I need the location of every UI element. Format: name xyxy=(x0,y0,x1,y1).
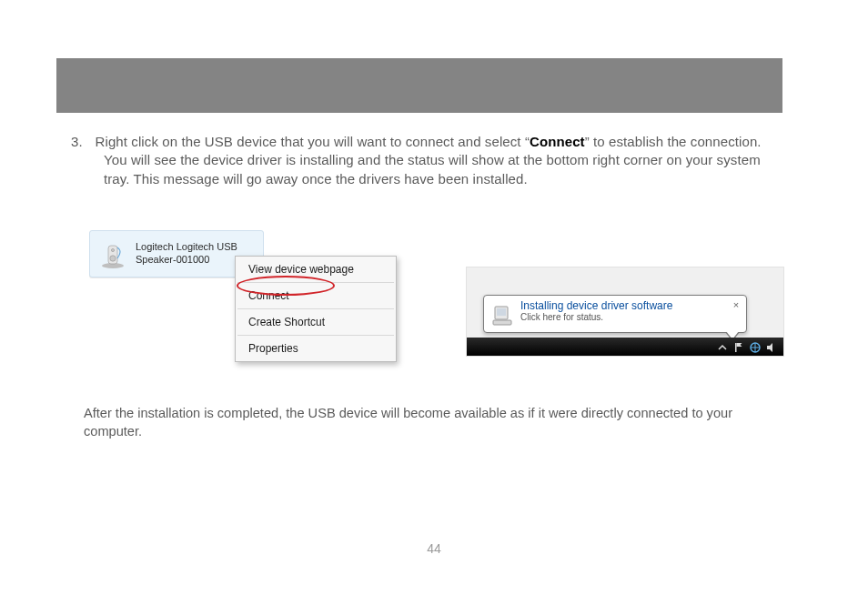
after-installation-text: After the installation is completed, the… xyxy=(84,404,777,441)
balloon-title: Installing device driver software xyxy=(520,299,724,312)
step-3-text: 3. Right click on the USB device that yo… xyxy=(87,133,782,188)
menu-separator xyxy=(237,282,394,283)
system-tray xyxy=(716,341,778,354)
tray-chevron-icon[interactable] xyxy=(716,341,729,354)
computer-icon xyxy=(490,303,515,328)
step-text-a: Right click on the USB device that you w… xyxy=(96,134,530,149)
driver-install-balloon[interactable]: Installing device driver software Click … xyxy=(483,295,747,333)
menu-item-properties[interactable]: Properties xyxy=(236,338,396,359)
balloon-subtitle: Click here for status. xyxy=(520,312,724,323)
menu-item-create-shortcut[interactable]: Create Shortcut xyxy=(236,311,396,333)
menu-separator xyxy=(237,335,394,336)
menu-item-connect[interactable]: Connect xyxy=(236,285,396,307)
svg-point-2 xyxy=(110,256,116,261)
device-label: Logitech Logitech USB Speaker-001000 xyxy=(136,241,245,267)
screenshot-tray-notification: Installing device driver software Click … xyxy=(466,267,784,357)
device-label-line2: Speaker-001000 xyxy=(136,254,209,265)
svg-rect-5 xyxy=(497,308,506,316)
tray-flag-icon[interactable] xyxy=(732,341,745,354)
page-number: 44 xyxy=(0,541,868,556)
usb-speaker-icon xyxy=(97,238,128,269)
header-bar xyxy=(56,58,782,113)
context-menu: View device webpage Connect Create Short… xyxy=(235,256,397,362)
svg-rect-6 xyxy=(493,320,511,325)
svg-rect-7 xyxy=(735,343,737,352)
svg-point-3 xyxy=(111,248,114,251)
menu-item-view-webpage[interactable]: View device webpage xyxy=(236,258,396,280)
screenshot-device-context-menu: Logitech Logitech USB Speaker-001000 Vie… xyxy=(84,225,402,365)
device-label-line1: Logitech Logitech USB xyxy=(136,241,237,252)
balloon-close-button[interactable]: × xyxy=(730,298,742,311)
step-bold: Connect xyxy=(530,134,585,149)
tray-volume-icon[interactable] xyxy=(765,341,778,354)
menu-separator xyxy=(237,308,394,309)
tray-network-icon[interactable] xyxy=(749,341,762,354)
